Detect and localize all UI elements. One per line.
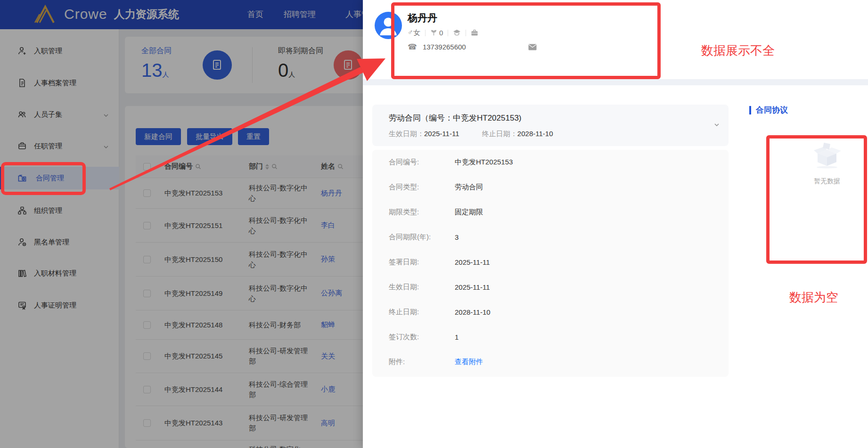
end-date-value: 2028-11-10 <box>517 130 553 138</box>
field-label: 期限类型: <box>389 208 444 217</box>
field-row: 签署日期:2025-11-11 <box>389 250 712 275</box>
contract-detail-fields: 合同编号:中竞发HT2025153 合同类型:劳动合同 期限类型:固定期限 合同… <box>372 150 729 377</box>
title-accent-bar <box>749 106 751 114</box>
field-row: 生效日期:2025-11-11 <box>389 275 712 300</box>
field-value: 3 <box>455 233 459 241</box>
field-value: 2028-11-10 <box>455 308 491 316</box>
contract-summary-card[interactable]: 劳动合同（编号：中竞发HT2025153) 生效日期：2025-11-11 终止… <box>372 105 729 146</box>
field-value: 劳动合同 <box>455 183 483 192</box>
header-separator <box>363 79 868 85</box>
field-row: 附件:查看附件 <box>389 350 712 375</box>
field-label: 签订次数: <box>389 333 444 342</box>
annotation-text-incomplete: 数据展示不全 <box>701 42 775 59</box>
field-value: 中竞发HT2025153 <box>455 158 513 167</box>
end-date-label: 终止日期： <box>482 130 517 138</box>
field-row: 合同期限(年):3 <box>389 225 712 250</box>
effective-date-label: 生效日期： <box>389 130 424 138</box>
field-label: 合同编号: <box>389 158 444 167</box>
field-row: 合同类型:劳动合同 <box>389 175 712 200</box>
field-label: 生效日期: <box>389 283 444 292</box>
view-attachment-link[interactable]: 查看附件 <box>455 358 483 367</box>
contract-summary-dates: 生效日期：2025-11-11 终止日期：2028-11-10 <box>389 130 553 138</box>
effective-date-value: 2025-11-11 <box>424 130 459 138</box>
field-row: 期限类型:固定期限 <box>389 200 712 225</box>
app-root: Crowe 人力资源系统 首页 招聘管理 人事管理 入职管理 人事档案管理 人员… <box>0 0 868 448</box>
field-row: 合同编号:中竞发HT2025153 <box>389 150 712 175</box>
annotation-text-empty: 数据为空 <box>789 289 838 306</box>
field-value: 2025-11-11 <box>455 258 490 266</box>
annotation-box-sidebar <box>1 162 86 195</box>
field-row: 签订次数:1 <box>389 325 712 350</box>
field-label: 合同类型: <box>389 183 444 192</box>
field-value: 2025-11-11 <box>455 283 490 291</box>
field-value: 固定期限 <box>455 208 483 217</box>
agreement-section-title: 合同协议 <box>749 105 788 115</box>
contract-summary-title: 劳动合同（编号：中竞发HT2025153) <box>389 113 522 123</box>
annotation-box-profile <box>391 2 661 79</box>
field-label: 合同期限(年): <box>389 233 444 242</box>
field-row: 终止日期:2028-11-10 <box>389 300 712 325</box>
agreement-title-text: 合同协议 <box>756 105 788 115</box>
field-value: 1 <box>455 333 459 341</box>
field-label: 附件: <box>389 358 444 367</box>
field-label: 终止日期: <box>389 308 444 317</box>
chevron-down-icon[interactable] <box>713 122 720 130</box>
annotation-box-agreement <box>766 135 867 264</box>
field-label: 签署日期: <box>389 258 444 267</box>
